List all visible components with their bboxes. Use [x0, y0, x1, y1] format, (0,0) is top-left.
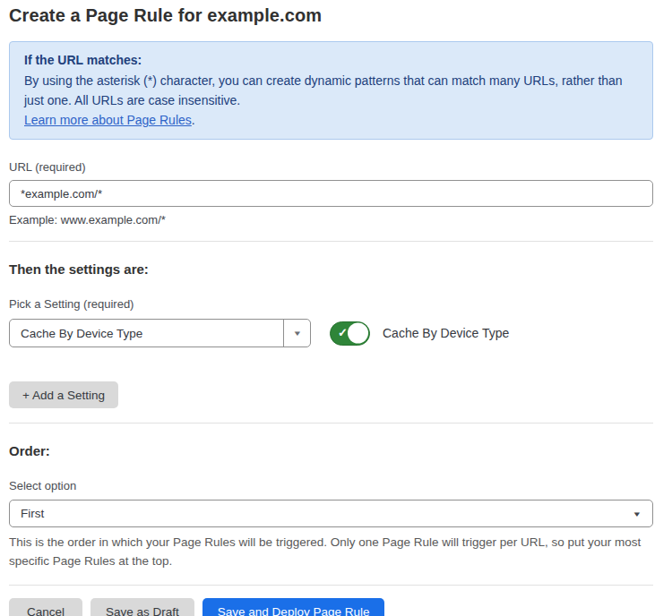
page-rule-form: Create a Page Rule for example.com If th… [9, 0, 653, 616]
setting-row: Cache By Device Type ▼ ✓ Cache By Device… [9, 319, 653, 347]
check-icon: ✓ [338, 327, 348, 338]
page-title: Create a Page Rule for example.com [9, 5, 653, 26]
section-divider [9, 423, 653, 424]
footer-actions: Cancel Save as Draft Save and Deploy Pag… [9, 598, 653, 616]
url-input[interactable] [9, 180, 653, 207]
footer-divider [9, 585, 653, 586]
order-section-heading: Order: [9, 443, 653, 458]
setting-select-arrow-section[interactable]: ▼ [283, 320, 310, 346]
chevron-down-icon: ▼ [292, 329, 302, 338]
setting-select-value: Cache By Device Type [10, 327, 283, 340]
url-match-info-box: If the URL matches: By using the asteris… [9, 41, 653, 140]
link-period: . [192, 113, 195, 127]
setting-toggle[interactable]: ✓ [330, 321, 370, 346]
save-as-draft-button[interactable]: Save as Draft [90, 598, 194, 616]
save-and-deploy-button[interactable]: Save and Deploy Page Rule [202, 598, 385, 616]
url-field-helper: Example: www.example.com/* [9, 213, 653, 227]
setting-toggle-label: Cache By Device Type [383, 326, 509, 340]
learn-more-link[interactable]: Learn more about Page Rules [24, 113, 192, 127]
cancel-button[interactable]: Cancel [9, 598, 82, 616]
info-box-link-line: Learn more about Page Rules. [24, 110, 638, 130]
toggle-knob [348, 323, 368, 344]
add-setting-button[interactable]: + Add a Setting [9, 381, 118, 408]
setting-select[interactable]: Cache By Device Type ▼ [9, 319, 311, 347]
section-divider [9, 241, 653, 242]
info-box-body: By using the asterisk (*) character, you… [24, 71, 633, 110]
settings-section-heading: Then the settings are: [9, 261, 653, 277]
order-helper-text: This is the order in which your Page Rul… [9, 533, 650, 570]
order-select-label: Select option [9, 479, 653, 492]
chevron-down-icon: ▼ [633, 509, 642, 518]
pick-setting-label: Pick a Setting (required) [9, 297, 653, 311]
info-box-heading: If the URL matches: [24, 50, 638, 70]
order-select-value: First [10, 507, 44, 520]
order-select[interactable]: First ▼ [9, 500, 653, 527]
url-field-label: URL (required) [9, 160, 653, 174]
